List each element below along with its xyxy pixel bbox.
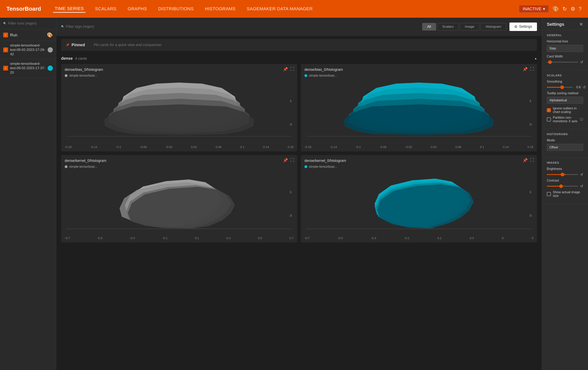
- collapse-icon[interactable]: ▲: [534, 57, 537, 60]
- tooltip-label: Tooltip sorting method: [547, 91, 583, 95]
- partition-x-label: Partition non-monotonic X axis: [553, 116, 578, 123]
- svg-text:1: 1: [529, 99, 532, 103]
- card-1-actions: 📌 ⛶: [523, 67, 534, 72]
- card-0-pin-btn[interactable]: 📌: [283, 67, 288, 72]
- svg-marker-4: [105, 104, 254, 135]
- nav-scalars[interactable]: SCALARS: [94, 5, 118, 12]
- card-2-expand-btn[interactable]: ⛶: [290, 158, 294, 163]
- nav-time-series[interactable]: TIME SERIES: [53, 5, 85, 13]
- card-2-x-axis: -0.7-0.5-0.3-0.10.10.30.50.7: [65, 236, 294, 240]
- settings-general-title: GENERAL: [547, 33, 583, 37]
- card-0-title: dense/bias_0/histogram: [65, 67, 294, 72]
- brightness-slider[interactable]: [547, 174, 578, 175]
- partition-info-icon[interactable]: ⓘ: [580, 118, 583, 122]
- card-2-actions: 📌 ⛶: [283, 158, 294, 163]
- section-title-area: dense 4 cards: [61, 56, 87, 61]
- run-item-1[interactable]: ✓ simple-tensorboard-test-09-02-2023-17-…: [0, 59, 56, 77]
- smoothing-label: Smoothing: [547, 80, 583, 83]
- contrast-slider-row: ↺: [547, 184, 583, 188]
- pinned-section: 📌 Pinned Pin cards for a quick view and …: [61, 39, 537, 51]
- palette-icon[interactable]: 🎨: [552, 6, 559, 12]
- settings-scalars-title: SCALARS: [547, 74, 583, 77]
- partition-x-checkbox[interactable]: [547, 118, 551, 121]
- ignore-outliers-row: ✓ Ignore outliers in chart scaling: [547, 107, 583, 114]
- card-width-label: Card Width: [547, 55, 583, 58]
- brightness-reset-icon[interactable]: ↺: [580, 172, 583, 177]
- card-1-x-axis: -0.18-0.14-0.1-0.06-0.020.020.060.10.140…: [304, 144, 533, 149]
- settings-icon[interactable]: ⚙: [570, 6, 575, 12]
- tag-filter-input[interactable]: [66, 24, 126, 29]
- contrast-reset-icon[interactable]: ↺: [580, 184, 583, 188]
- card-3-chart: 1 3 -0.7-0.5-0.3-0.10.10.300: [304, 171, 533, 239]
- settings-open-btn[interactable]: ⚙ Settings: [509, 22, 537, 31]
- settings-panel-header: Settings ✕: [542, 18, 588, 30]
- pinned-empty-text: Pin cards for a quick view and compariso…: [94, 43, 162, 47]
- show-actual-size-checkbox[interactable]: [547, 192, 551, 196]
- contrast-label: Contrast: [547, 179, 583, 182]
- status-badge[interactable]: INACTIVE ▾: [519, 5, 549, 13]
- svg-marker-12: [345, 104, 494, 135]
- nav-histograms[interactable]: HISTOGRAMS: [203, 5, 237, 12]
- card-3-pin-btn[interactable]: 📌: [523, 158, 528, 163]
- filter-image-btn[interactable]: Image: [460, 23, 479, 31]
- card-3-run: simple-tensorboar...: [304, 165, 533, 169]
- run-item-0[interactable]: ✓ simple-tensorboard-test-09-02-2023-17-…: [0, 41, 56, 59]
- smoothing-slider[interactable]: [547, 87, 573, 88]
- card-1-expand-btn[interactable]: ⛶: [530, 67, 534, 72]
- run-1-checkbox[interactable]: ✓: [3, 66, 8, 71]
- card-3-expand-btn[interactable]: ⛶: [530, 158, 534, 163]
- tag-search-icon: 🔍: [61, 25, 64, 28]
- topnav-right: INACTIVE ▾ 🎨 ↻ ⚙ ?: [519, 5, 582, 13]
- filter-histogram-btn[interactable]: Histogram: [481, 23, 506, 31]
- nav-distributions[interactable]: DISTRIBUTIONS: [157, 5, 195, 12]
- run-0-checkbox[interactable]: ✓: [3, 47, 8, 52]
- app-logo: TensorBoard: [6, 6, 41, 12]
- run-filter-input[interactable]: [8, 21, 53, 25]
- card-width-reset-icon[interactable]: ↺: [580, 60, 583, 64]
- tag-search-area: 🔍: [61, 24, 419, 29]
- ignore-outliers-checkbox[interactable]: ✓: [547, 108, 551, 112]
- color-palette-icon[interactable]: 🎨: [47, 32, 53, 38]
- card-0-run-dot: [65, 74, 68, 77]
- nav-graphs[interactable]: GRAPHS: [126, 5, 148, 12]
- section-count: 4 cards: [75, 56, 87, 61]
- help-icon[interactable]: ?: [579, 6, 582, 12]
- contrast-slider[interactable]: [547, 186, 578, 187]
- svg-text:1: 1: [529, 190, 532, 194]
- card-1-chart: 1 3 -0.18-0.14-0.1-0.06-0.020.020.060.10…: [304, 79, 533, 148]
- nav-sagemaker[interactable]: SAGEMAKER DATA MANAGER: [245, 5, 314, 12]
- filter-all-btn[interactable]: All: [422, 23, 436, 31]
- card-2-chart: 1 3 -0.7-0.5-0.3-0.10.10.30.50.7: [65, 171, 294, 239]
- run-all-checkbox[interactable]: ✓: [3, 33, 8, 37]
- pinned-label: Pinned: [72, 43, 85, 47]
- card-0: dense/bias_0/histogram simple-tensorboar…: [61, 64, 297, 152]
- svg-text:3: 3: [529, 123, 532, 126]
- filter-scalars-btn[interactable]: Scalars: [437, 23, 459, 31]
- section-title: dense: [61, 56, 73, 61]
- card-0-expand-btn[interactable]: ⛶: [290, 67, 294, 72]
- histogram-mode-select[interactable]: Offset Overlay: [547, 144, 583, 151]
- tooltip-sort-select[interactable]: Alphabetical Ascending Descending None: [547, 97, 583, 104]
- settings-images-section: IMAGES Brightness ↺ Contrast ↺ Show actu…: [542, 157, 588, 204]
- svg-text:1: 1: [289, 99, 292, 103]
- card-width-slider-row: ↺: [547, 60, 583, 64]
- settings-scalars-section: SCALARS Smoothing 0.6 ↺ Tooltip sorting …: [542, 70, 588, 129]
- card-0-run: simple-tensorboar...: [65, 74, 294, 77]
- card-2-pin-btn[interactable]: 📌: [283, 158, 288, 163]
- smoothing-reset-icon[interactable]: ↺: [583, 85, 586, 89]
- svg-text:3: 3: [289, 123, 292, 126]
- run-1-dot: [48, 65, 53, 71]
- card-width-slider[interactable]: [547, 62, 578, 63]
- brightness-slider-row: ↺: [547, 172, 583, 177]
- section-header: dense 4 cards ▲: [61, 54, 537, 64]
- refresh-icon[interactable]: ↻: [562, 6, 567, 12]
- settings-close-btn[interactable]: ✕: [579, 22, 583, 27]
- horizontal-axis-select[interactable]: Step Relative Wall: [547, 45, 583, 52]
- filter-buttons: All Scalars Image Histogram: [422, 23, 506, 31]
- card-1: dense/bias_0/histogram simple-tensorboar…: [301, 64, 537, 152]
- brightness-label: Brightness: [547, 167, 583, 171]
- sidebar: 🔍 ✓ Run 🎨 ✓ simple-tensorboard-test-09-0…: [0, 18, 56, 370]
- card-1-pin-btn[interactable]: 📌: [523, 67, 528, 72]
- card-0-actions: 📌 ⛶: [283, 67, 294, 72]
- cards-area: 📌 Pinned Pin cards for a quick view and …: [56, 36, 542, 370]
